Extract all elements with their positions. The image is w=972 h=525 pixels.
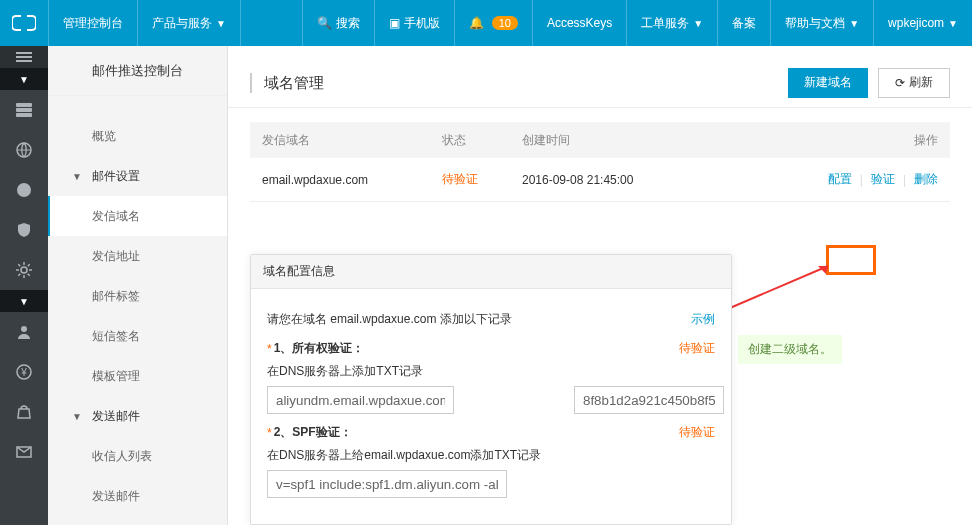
notification-badge: 10 <box>492 16 518 30</box>
brand-logo[interactable] <box>0 0 48 46</box>
rail-item-user-icon[interactable] <box>0 312 48 352</box>
chevron-down-icon: ▼ <box>693 18 703 29</box>
panel-hint: 请您在域名 email.wpdaxue.com 添加以下记录 <box>267 311 512 328</box>
svg-rect-1 <box>21 14 27 32</box>
svg-marker-16 <box>818 266 828 274</box>
rail-dropdown-2[interactable]: ▼ <box>0 290 48 312</box>
svg-point-10 <box>21 267 27 273</box>
alert-banner: 创建二级域名。 <box>738 335 842 364</box>
section2-desc: 在DNS服务器上给email.wpdaxue.com添加TXT记录 <box>267 447 715 464</box>
section1-value-input[interactable] <box>574 386 724 414</box>
bell-icon: 🔔 <box>469 16 484 30</box>
svg-rect-7 <box>16 113 32 117</box>
nav-console[interactable]: 管理控制台 <box>49 0 137 46</box>
nav-mobile[interactable]: ▣手机版 <box>375 0 454 46</box>
section1-host-input[interactable] <box>267 386 454 414</box>
icon-rail: ▼ ▼ ¥ <box>0 46 48 525</box>
svg-point-9 <box>17 183 31 197</box>
nav-notifications[interactable]: 🔔10 <box>455 0 532 46</box>
nav-tickets[interactable]: 工单服务▼ <box>627 0 717 46</box>
section2-status: 待验证 <box>679 424 715 441</box>
col-domain: 发信域名 <box>252 132 432 149</box>
rail-item-dns-icon[interactable] <box>0 170 48 210</box>
sidebar-item-sender-domain[interactable]: 发信域名 <box>48 196 227 236</box>
rail-item-server-icon[interactable] <box>0 90 48 130</box>
col-status: 状态 <box>432 132 512 149</box>
refresh-button[interactable]: ⟳刷新 <box>878 68 950 98</box>
page-title: 域名管理 <box>250 73 324 93</box>
highlight-box <box>826 245 876 275</box>
sidebar-item-send-mail[interactable]: ▼发送邮件 <box>48 396 227 436</box>
svg-rect-5 <box>16 103 32 107</box>
nav-beian[interactable]: 备案 <box>718 0 770 46</box>
sidebar-item-sms-sign[interactable]: 短信签名 <box>48 316 227 356</box>
op-verify-link[interactable]: 验证 <box>871 171 895 188</box>
rail-item-bag-icon[interactable] <box>0 392 48 432</box>
top-header: 管理控制台 产品与服务▼ 🔍搜索 ▣手机版 🔔10 AccessKeys 工单服… <box>0 0 972 46</box>
sidebar-item-recipients[interactable]: 收信人列表 <box>48 436 227 476</box>
section2-value-input[interactable] <box>267 470 507 498</box>
op-delete-link[interactable]: 删除 <box>914 171 938 188</box>
example-link[interactable]: 示例 <box>691 311 715 328</box>
mobile-icon: ▣ <box>389 16 400 30</box>
sidebar-item-sender-address[interactable]: 发信地址 <box>48 236 227 276</box>
nav-products[interactable]: 产品与服务▼ <box>138 0 240 46</box>
nav-search[interactable]: 🔍搜索 <box>303 0 374 46</box>
cell-status: 待验证 <box>432 171 512 188</box>
rail-item-yen-icon[interactable]: ¥ <box>0 352 48 392</box>
op-config-link[interactable]: 配置 <box>828 171 852 188</box>
col-ops: 操作 <box>788 132 948 149</box>
table-row: email.wpdaxue.com 待验证 2016-09-08 21:45:0… <box>250 158 950 202</box>
nav-help[interactable]: 帮助与文档▼ <box>771 0 873 46</box>
sidebar-item-mail-settings[interactable]: ▼邮件设置 <box>48 156 227 196</box>
sidebar-item-overview[interactable]: 概览 <box>48 116 227 156</box>
svg-rect-6 <box>16 108 32 112</box>
search-icon: 🔍 <box>317 16 332 30</box>
chevron-down-icon: ▼ <box>216 18 226 29</box>
sidebar-item-send-mail-sub[interactable]: 发送邮件 <box>48 476 227 516</box>
svg-rect-3 <box>16 56 32 58</box>
chevron-down-icon: ▼ <box>72 171 82 182</box>
section1-desc: 在DNS服务器上添加TXT记录 <box>267 363 715 380</box>
section1-status: 待验证 <box>679 340 715 357</box>
rail-item-gear-icon[interactable] <box>0 250 48 290</box>
domain-config-panel: 域名配置信息 请您在域名 email.wpdaxue.com 添加以下记录 示例… <box>250 254 732 525</box>
panel-title: 域名配置信息 <box>251 255 731 289</box>
svg-text:¥: ¥ <box>20 367 27 378</box>
domain-table: 发信域名 状态 创建时间 操作 email.wpdaxue.com 待验证 20… <box>250 122 950 202</box>
rail-dropdown[interactable]: ▼ <box>0 68 48 90</box>
svg-rect-2 <box>16 52 32 54</box>
sidebar-title: 邮件推送控制台 <box>48 46 227 96</box>
sidebar-item-templates[interactable]: 模板管理 <box>48 356 227 396</box>
nav-accesskeys[interactable]: AccessKeys <box>533 0 626 46</box>
nav-user[interactable]: wpkejicom▼ <box>874 0 972 46</box>
new-domain-button[interactable]: 新建域名 <box>788 68 868 98</box>
sidebar: 邮件推送控制台 概览 ▼邮件设置 发信域名 发信地址 邮件标签 短信签名 模板管… <box>48 46 228 525</box>
chevron-down-icon: ▼ <box>849 18 859 29</box>
rail-item-mail-icon[interactable] <box>0 432 48 472</box>
cell-domain: email.wpdaxue.com <box>252 173 432 187</box>
svg-rect-4 <box>16 60 32 62</box>
rail-toggle[interactable] <box>0 46 48 68</box>
refresh-icon: ⟳ <box>895 76 905 90</box>
chevron-down-icon: ▼ <box>948 18 958 29</box>
section1-label: 1、所有权验证： <box>274 340 365 357</box>
col-created: 创建时间 <box>512 132 788 149</box>
section2-label: 2、SPF验证： <box>274 424 352 441</box>
rail-item-shield-icon[interactable] <box>0 210 48 250</box>
cell-created: 2016-09-08 21:45:00 <box>512 173 788 187</box>
sidebar-item-mail-tags[interactable]: 邮件标签 <box>48 276 227 316</box>
chevron-down-icon: ▼ <box>72 411 82 422</box>
rail-item-globe-icon[interactable] <box>0 130 48 170</box>
svg-point-11 <box>21 326 27 332</box>
